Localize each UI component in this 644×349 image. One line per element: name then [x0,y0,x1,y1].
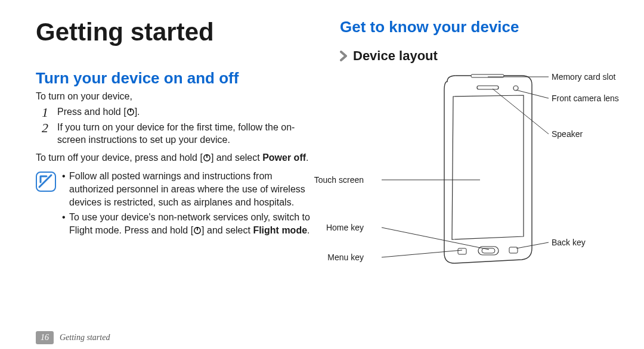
footer-section: Getting started [60,333,110,342]
page-number: 16 [36,331,54,344]
page-footer: 16 Getting started [36,331,110,344]
steps-list: Press and hold []. If you turn on your d… [36,105,316,147]
turn-off-c: . [306,152,308,163]
turn-off-bold: Power off [262,152,306,163]
device-layout-heading: Device layout [340,48,620,64]
callout-front-camera: Front camera lens [552,94,619,103]
note-icon [36,172,56,192]
svg-rect-12 [458,248,466,254]
note-2-bold: Flight mode [253,225,307,235]
step-1-tail: ]. [135,107,140,117]
note-list: Follow all posted warnings and instructi… [62,170,316,239]
power-icon [126,108,135,116]
note-2: To use your device's non-network service… [62,211,316,236]
note-2-b: ] and select [202,225,253,235]
right-column: Get to know your device Device layout [340,18,620,284]
turn-off-b: ] and select [211,152,262,163]
svg-rect-7 [471,74,504,77]
callout-back-key: Back key [552,238,586,247]
callout-memory-card-slot: Memory card slot [552,72,615,82]
intro-text: To turn on your device, [36,91,316,102]
svg-point-8 [513,86,518,91]
device-diagram: Memory card slot Front camera lens Speak… [340,70,620,284]
note-box: Follow all posted warnings and instructi… [36,170,316,239]
device-illustration [429,73,543,269]
power-icon [193,226,202,235]
turn-off-para: To turn off your device, press and hold … [36,151,316,164]
callout-home-key: Home key [326,223,364,232]
sub-title-text: Device layout [353,48,438,64]
callout-menu-key: Menu key [327,253,364,262]
power-icon [203,154,211,162]
step-1-text: Press and hold [ [57,107,126,117]
note-2-c: . [307,225,309,235]
page-title: Getting started [36,18,316,46]
step-2: If you turn on your device for the first… [42,121,316,147]
section-turn-on-off: Turn your device on and off [36,69,316,88]
turn-off-a: To turn off your device, press and hold … [36,152,203,163]
chevron-icon [340,51,348,61]
left-column: Getting started Turn your device on and … [36,18,316,284]
svg-rect-11 [482,248,495,253]
callout-touch-screen: Touch screen [314,175,364,185]
svg-rect-9 [477,86,499,89]
step-1: Press and hold []. [42,105,316,119]
callout-speaker: Speaker [552,129,583,139]
svg-rect-13 [509,247,518,253]
note-1: Follow all posted warnings and instructi… [62,170,316,208]
section-know-device: Get to know your device [340,18,620,36]
